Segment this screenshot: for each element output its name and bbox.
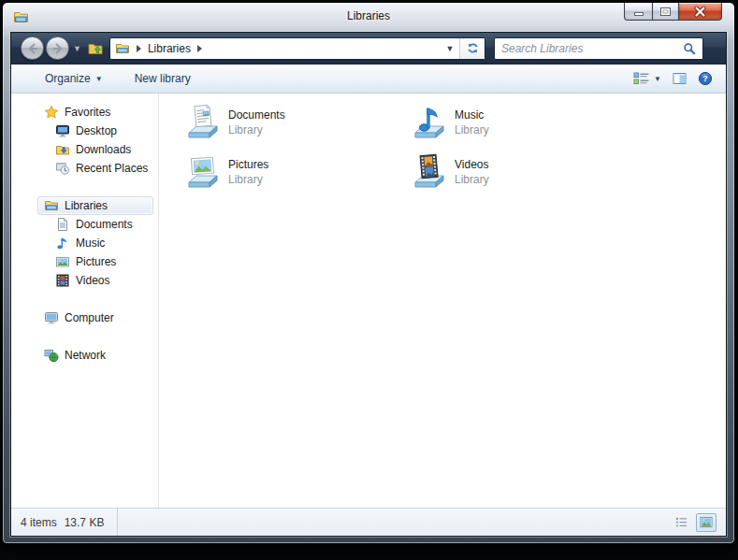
preview-pane-icon bbox=[672, 71, 687, 86]
item-name: Documents bbox=[228, 108, 285, 122]
organize-dropdown-icon: ▼ bbox=[95, 75, 103, 83]
sidebar-item-music[interactable]: Music bbox=[37, 234, 153, 252]
new-library-button[interactable]: New library bbox=[127, 68, 198, 89]
explorer-window: Libraries bbox=[2, 2, 735, 544]
organize-label: Organize bbox=[45, 72, 91, 85]
items-view[interactable]: Documents Library Music bbox=[159, 93, 726, 508]
back-arrow-icon bbox=[26, 42, 39, 55]
titlebar[interactable]: Libraries bbox=[3, 3, 734, 31]
close-icon bbox=[694, 6, 706, 18]
new-library-label: New library bbox=[135, 72, 191, 85]
search-input[interactable]: Search Libraries bbox=[494, 37, 703, 60]
library-item-music[interactable]: Music Library bbox=[410, 102, 634, 151]
refresh-button[interactable] bbox=[459, 38, 485, 59]
music-note-icon bbox=[55, 236, 70, 251]
views-icon bbox=[633, 71, 650, 86]
minimize-icon bbox=[634, 12, 644, 16]
thumbnail-view-button[interactable] bbox=[696, 513, 716, 532]
views-dropdown-icon: ▼ bbox=[654, 75, 661, 83]
navigation-bar: ▼ Libraries ▼ bbox=[11, 33, 726, 65]
picture-icon bbox=[55, 254, 70, 269]
item-name: Pictures bbox=[228, 158, 268, 171]
minimize-button[interactable] bbox=[624, 3, 652, 21]
thumbnail-icon bbox=[699, 515, 714, 529]
main-area: Favorites Desktop Down bbox=[11, 93, 726, 508]
sidebar-item-documents[interactable]: Documents bbox=[37, 215, 153, 234]
sidebar-item-videos[interactable]: Videos bbox=[37, 271, 153, 290]
status-size: 13.7 KB bbox=[65, 516, 105, 529]
item-type: Library bbox=[455, 173, 489, 186]
preview-pane-button[interactable] bbox=[672, 71, 687, 86]
forward-button[interactable] bbox=[46, 36, 69, 60]
library-item-pictures[interactable]: Pictures Library bbox=[183, 151, 408, 200]
documents-library-icon bbox=[183, 102, 223, 143]
recent-places-icon bbox=[55, 161, 70, 176]
sidebar-label: Music bbox=[76, 237, 105, 250]
maximize-icon bbox=[660, 7, 671, 16]
sidebar-label: Pictures bbox=[76, 255, 116, 268]
music-library-icon bbox=[410, 102, 449, 143]
up-folder-icon[interactable] bbox=[87, 40, 104, 57]
organize-button[interactable]: Organize ▼ bbox=[37, 68, 110, 89]
library-item-videos[interactable]: Videos Library bbox=[410, 151, 634, 200]
close-button[interactable] bbox=[679, 3, 722, 21]
sidebar-item-desktop[interactable]: Desktop bbox=[37, 122, 153, 140]
status-bar: 4 items 13.7 KB bbox=[11, 508, 726, 536]
breadcrumb-arrow-icon bbox=[137, 45, 141, 52]
status-item-count: 4 items bbox=[21, 516, 57, 529]
library-item-documents[interactable]: Documents Library bbox=[183, 102, 408, 151]
sidebar-item-network[interactable]: Network bbox=[37, 346, 153, 365]
sidebar-item-computer[interactable]: Computer bbox=[37, 309, 153, 327]
change-view-button[interactable]: ▼ bbox=[633, 71, 661, 86]
breadcrumb-location[interactable]: Libraries bbox=[148, 42, 191, 55]
sidebar-label: Favorites bbox=[65, 106, 110, 119]
downloads-icon bbox=[55, 142, 70, 157]
libraries-location-icon bbox=[115, 41, 130, 56]
sidebar-label: Videos bbox=[76, 274, 109, 287]
document-icon bbox=[55, 217, 70, 232]
item-name: Music bbox=[455, 108, 489, 122]
sidebar-label: Network bbox=[65, 349, 106, 362]
address-bar[interactable]: Libraries ▼ bbox=[109, 37, 485, 60]
sidebar-item-libraries[interactable]: Libraries bbox=[37, 196, 153, 215]
details-list-icon bbox=[674, 515, 688, 529]
item-type: Library bbox=[228, 123, 285, 136]
recent-pages-chevron[interactable]: ▼ bbox=[73, 44, 81, 53]
sidebar-item-downloads[interactable]: Downloads bbox=[37, 140, 153, 159]
sidebar-label: Computer bbox=[65, 311, 114, 324]
details-view-button[interactable] bbox=[671, 513, 691, 532]
libraries-folder-icon bbox=[44, 198, 59, 213]
computer-icon bbox=[44, 310, 59, 325]
sidebar-label: Documents bbox=[76, 218, 133, 231]
help-icon: ? bbox=[698, 71, 713, 86]
item-type: Library bbox=[455, 123, 489, 136]
refresh-icon bbox=[466, 41, 480, 55]
maximize-button[interactable] bbox=[652, 3, 679, 21]
item-type: Library bbox=[228, 173, 268, 186]
svg-text:?: ? bbox=[702, 73, 708, 83]
sidebar-label: Libraries bbox=[65, 199, 108, 212]
status-separator bbox=[117, 509, 118, 536]
sidebar-label: Desktop bbox=[76, 124, 117, 137]
back-button[interactable] bbox=[21, 36, 44, 60]
film-icon bbox=[55, 273, 70, 288]
sidebar-label: Recent Places bbox=[76, 162, 148, 175]
forward-arrow-icon bbox=[51, 42, 65, 55]
breadcrumb-arrow-icon[interactable] bbox=[197, 45, 202, 52]
videos-library-icon bbox=[410, 151, 449, 193]
sidebar-item-pictures[interactable]: Pictures bbox=[37, 252, 153, 271]
sidebar-item-recent-places[interactable]: Recent Places bbox=[37, 159, 153, 178]
sidebar-label: Downloads bbox=[76, 143, 131, 156]
pictures-library-icon bbox=[183, 151, 223, 193]
help-button[interactable]: ? bbox=[698, 71, 713, 86]
item-name: Videos bbox=[455, 158, 489, 171]
command-toolbar: Organize ▼ New library ▼ bbox=[11, 65, 726, 93]
address-dropdown-button[interactable]: ▼ bbox=[441, 44, 459, 53]
search-icon[interactable] bbox=[683, 42, 696, 55]
client-area: ▼ Libraries ▼ bbox=[10, 32, 727, 537]
navigation-pane: Favorites Desktop Down bbox=[11, 93, 159, 508]
network-icon bbox=[44, 348, 59, 363]
sidebar-item-favorites[interactable]: Favorites bbox=[37, 103, 153, 122]
search-placeholder: Search Libraries bbox=[501, 42, 683, 55]
star-icon bbox=[44, 105, 59, 120]
